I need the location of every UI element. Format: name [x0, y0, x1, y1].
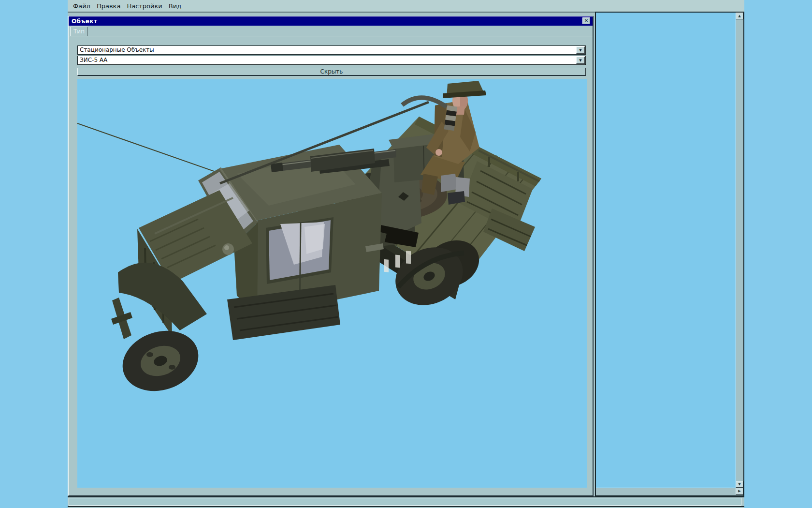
menu-edit[interactable]: Правка [95, 1, 122, 11]
tab-type-label: Тип [73, 28, 85, 35]
hide-button[interactable]: Скрыть [77, 68, 586, 76]
close-button[interactable]: ✕ [582, 17, 590, 24]
status-bar [68, 496, 744, 507]
menu-settings[interactable]: Настройки [125, 1, 164, 11]
menu-file[interactable]: Файл [71, 1, 92, 11]
menu-view[interactable]: Вид [167, 1, 183, 11]
tab-strip-baseline [69, 36, 593, 36]
menu-bar: Файл Правка Настройки Вид [68, 0, 744, 13]
scroll-right-icon[interactable]: ▶ [736, 488, 743, 495]
scroll-up-icon[interactable]: ▲ [736, 13, 743, 19]
category-dropdown-value: Стационарные Объекты [80, 46, 154, 53]
truck-model-3d [77, 79, 587, 488]
model-dropdown-value: ЗИС-5 АА [80, 57, 107, 63]
category-dropdown[interactable]: Стационарные Объекты ▼ [77, 45, 586, 55]
model-dropdown[interactable]: ЗИС-5 АА ▼ [77, 56, 586, 65]
model-viewport-3d[interactable] [77, 79, 587, 488]
object-window: Объект ✕ Тип Стационарные Объекты ▼ ЗИС-… [68, 16, 594, 496]
status-bar-text [69, 498, 741, 506]
close-icon: ✕ [584, 18, 588, 23]
object-window-title: Объект [72, 18, 97, 25]
app-root: { "menu": { "items": [ {"label": "Файл"}… [0, 0, 812, 508]
chevron-down-icon[interactable]: ▼ [576, 46, 585, 54]
horizontal-scrollbar[interactable]: ▶ [596, 488, 743, 495]
scroll-down-icon[interactable]: ▼ [736, 481, 743, 488]
right-pane[interactable]: ▲ ▼ ▶ [595, 12, 744, 496]
object-window-titlebar[interactable]: Объект [69, 16, 593, 26]
chevron-down-icon[interactable]: ▼ [576, 57, 585, 64]
vertical-scrollbar[interactable]: ▲ ▼ [736, 13, 743, 488]
tab-type[interactable]: Тип [70, 27, 88, 36]
